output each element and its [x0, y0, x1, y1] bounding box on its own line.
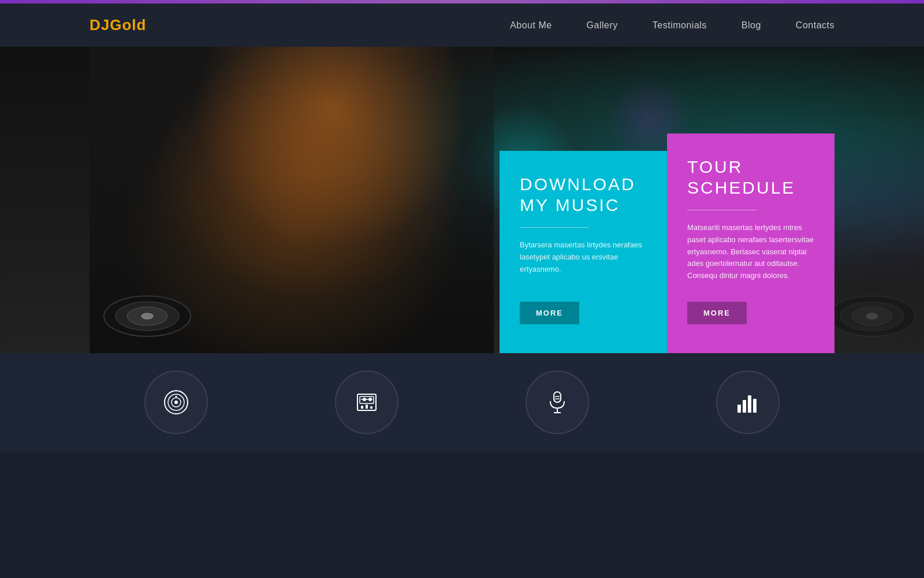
svg-point-17 [368, 398, 372, 401]
logo-dj: DJ [90, 16, 110, 34]
logo-gold: Gold [110, 16, 146, 34]
card-tour-more-button[interactable]: MORE [687, 302, 747, 324]
svg-point-12 [176, 396, 177, 398]
nav-blog[interactable]: Blog [742, 20, 761, 30]
nav-links: About Me Gallery Testimonials Blog Conta… [510, 20, 834, 31]
equalizer-icon-circle[interactable] [716, 370, 780, 434]
card-music: DOWNLOADMY MUSIC Bytarsera masertas lirt… [500, 151, 667, 353]
card-tour-title: TOURSCHEDULE [687, 157, 814, 198]
svg-point-7 [866, 313, 878, 319]
card-music-more-button[interactable]: MORE [520, 302, 579, 324]
svg-rect-19 [366, 405, 368, 409]
svg-point-16 [363, 398, 366, 401]
nav-gallery[interactable]: Gallery [587, 20, 618, 30]
icon-row [0, 353, 924, 451]
card-tour: TOURSCHEDULE Matseariti masertas lertyde… [667, 134, 834, 353]
svg-point-11 [174, 401, 178, 404]
microphone-icon-circle[interactable] [526, 370, 589, 434]
card-tour-text: Matseariti masertas lertydes mtres paset… [687, 222, 814, 293]
hero-figure [90, 47, 494, 353]
svg-rect-20 [370, 406, 372, 409]
vinyl-icon [162, 388, 190, 416]
card-tour-divider [687, 210, 757, 210]
svg-rect-18 [361, 406, 363, 409]
svg-rect-26 [737, 405, 741, 413]
hero-section: DOWNLOADMY MUSIC Bytarsera masertas lirt… [0, 47, 924, 353]
microphone-icon [543, 388, 571, 416]
nav-testimonials[interactable]: Testimonials [653, 20, 707, 30]
card-music-text: Bytarsera masertas lirtydes nerafaes las… [520, 239, 647, 293]
mixer-icon [353, 388, 381, 416]
equalizer-icon [734, 388, 762, 416]
svg-rect-21 [554, 392, 561, 402]
vinyl-icon-circle[interactable] [144, 370, 208, 434]
card-music-title: DOWNLOADMY MUSIC [520, 174, 647, 216]
card-music-divider [520, 227, 589, 228]
nav-about-me[interactable]: About Me [510, 20, 552, 30]
svg-point-3 [141, 313, 153, 319]
cards-container: DOWNLOADMY MUSIC Bytarsera masertas lirt… [500, 134, 834, 353]
svg-rect-28 [748, 395, 751, 413]
turntable-left [101, 293, 193, 342]
mixer-icon-circle[interactable] [335, 370, 398, 434]
turntable-right-hint [826, 293, 918, 342]
logo[interactable]: DJGold [90, 16, 146, 34]
nav-contacts[interactable]: Contacts [796, 20, 834, 30]
navbar: DJGold About Me Gallery Testimonials Blo… [0, 3, 924, 47]
svg-rect-29 [753, 399, 757, 413]
svg-rect-27 [743, 400, 746, 413]
